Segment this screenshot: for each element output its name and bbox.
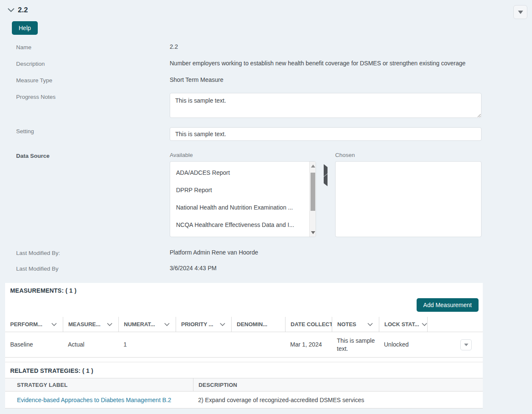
field-value: Platform Admin Rene van Hoorde xyxy=(170,249,258,256)
related-strategies-header: STRATEGY LABEL DESCRIPTION xyxy=(5,378,483,392)
field-value: Short Term Measure xyxy=(170,76,224,83)
form-row-setting: Setting xyxy=(0,127,532,141)
field-label: Measure Type xyxy=(16,76,170,84)
left-triangle-icon xyxy=(324,174,328,186)
list-option[interactable]: ADA/ADCES Report xyxy=(170,164,316,181)
table-row: Evidence-based Approaches to Diabetes Ma… xyxy=(5,392,483,408)
field-label: Progress Notes xyxy=(16,93,170,100)
cell-numerator: 1 xyxy=(118,341,176,349)
listbox-scrollbar[interactable] xyxy=(309,162,316,237)
row-actions-dropdown-button[interactable] xyxy=(460,339,472,350)
related-strategies-title: RELATED STRATEGIES: ( 1 ) xyxy=(5,367,483,374)
field-label: Data Source xyxy=(16,152,170,159)
available-listbox[interactable]: ADA/ADCES Report DPRP Report National He… xyxy=(170,161,316,237)
move-left-button[interactable] xyxy=(322,175,329,185)
field-label: Name xyxy=(16,43,170,50)
scroll-up-icon[interactable] xyxy=(310,162,316,169)
column-header-notes[interactable]: NOTES xyxy=(332,317,379,332)
page-title: 2.2 xyxy=(18,6,28,14)
related-strategies-section: RELATED STRATEGIES: ( 1 ) STRATEGY LABEL… xyxy=(5,362,483,408)
strategy-link[interactable]: Evidence-based Approaches to Diabetes Ma… xyxy=(17,397,171,403)
field-value: 2.2 xyxy=(170,43,178,50)
field-label: Last Modified By: xyxy=(16,249,170,256)
chevron-down-icon[interactable] xyxy=(422,323,427,326)
column-header-strategy-label: STRATEGY LABEL xyxy=(5,382,193,388)
dropdown-arrow-icon xyxy=(518,11,523,14)
form-row-last-modified-by: Last Modified By: Platform Admin Rene va… xyxy=(0,249,532,256)
chevron-down-icon[interactable] xyxy=(164,323,170,326)
add-measurement-button[interactable]: Add Measurement xyxy=(417,298,479,312)
form-row-description: Description Number employers working to … xyxy=(0,60,532,67)
field-label: Setting xyxy=(16,127,170,134)
column-header-denominator[interactable]: DENOMIN... xyxy=(231,317,285,332)
cell-notes: This is sample text. xyxy=(332,337,379,353)
form-row-measure-type: Measure Type Short Term Measure xyxy=(0,76,532,84)
chevron-down-icon[interactable] xyxy=(367,323,373,326)
column-header-performance[interactable]: PERFORM... xyxy=(5,317,63,332)
cell-date-collected: Mar 1, 2024 xyxy=(285,341,332,349)
listbox-move-buttons xyxy=(316,152,335,237)
table-row: Baseline Actual 1 Mar 1, 2024 This is sa… xyxy=(5,332,483,358)
cell-actions xyxy=(427,339,483,350)
list-option[interactable]: DPRP Report xyxy=(170,181,316,199)
chevron-down-icon[interactable] xyxy=(51,323,57,326)
chevron-down-icon[interactable] xyxy=(7,6,15,14)
list-option[interactable]: National Health and Nutrition Examinatio… xyxy=(170,199,316,216)
measurements-title: MEASUREMENTS: ( 1 ) xyxy=(5,287,483,294)
chosen-listbox[interactable] xyxy=(335,161,482,237)
available-label: Available xyxy=(170,152,316,158)
column-header-description: DESCRIPTION xyxy=(193,378,483,391)
chevron-down-icon[interactable] xyxy=(220,323,225,326)
measurements-table: PERFORM... MEASURE... NUMERAT... PRIORIT… xyxy=(5,317,483,358)
form-row-last-modified-date: Last Modified By 3/6/2024 4:43 PM xyxy=(0,265,532,272)
field-label: Description xyxy=(16,60,170,67)
progress-notes-textarea[interactable]: This is sample text. xyxy=(170,93,482,118)
available-column: Available ADA/ADCES Report DPRP Report N… xyxy=(170,152,316,237)
measurements-table-header: PERFORM... MEASURE... NUMERAT... PRIORIT… xyxy=(5,317,483,332)
form-row-name: Name 2.2 xyxy=(0,43,532,50)
scroll-down-icon[interactable] xyxy=(310,229,316,236)
form-row-progress-notes: Progress Notes This is sample text. xyxy=(0,93,532,118)
column-header-actions xyxy=(427,317,483,332)
cell-measure: Actual xyxy=(63,341,118,349)
field-value: 3/6/2024 4:43 PM xyxy=(170,265,217,271)
form-row-data-source: Data Source Available ADA/ADCES Report D… xyxy=(0,152,532,237)
column-header-lock-status[interactable]: LOCK STAT... xyxy=(379,317,427,332)
cell-lock-status: Unlocked xyxy=(379,341,427,349)
help-button[interactable]: Help xyxy=(12,21,38,35)
chosen-label: Chosen xyxy=(335,152,482,158)
setting-input[interactable] xyxy=(170,127,482,141)
field-label: Last Modified By xyxy=(16,265,170,272)
dropdown-arrow-icon xyxy=(464,344,468,346)
measurements-panel: MEASUREMENTS: ( 1 ) Add Measurement PERF… xyxy=(5,283,483,408)
chevron-down-icon[interactable] xyxy=(107,323,112,326)
strategy-description: 2) Expand coverage of recognized-accredi… xyxy=(198,397,364,403)
section-header: 2.2 xyxy=(0,0,532,14)
chosen-column: Chosen xyxy=(335,152,482,237)
page-actions-dropdown-button[interactable] xyxy=(513,5,527,19)
column-header-priority[interactable]: PRIORITY ... xyxy=(176,317,231,332)
column-header-measure[interactable]: MEASURE... xyxy=(63,317,118,332)
field-value: Number employers working to establish ne… xyxy=(170,60,465,67)
column-header-numerator[interactable]: NUMERAT... xyxy=(118,317,176,332)
scrollbar-thumb[interactable] xyxy=(311,173,315,211)
list-option[interactable]: NCQA Healthcare Effectiveness Data and I… xyxy=(170,216,316,233)
column-header-date-collected[interactable]: DATE COLLECT... xyxy=(285,317,332,332)
measure-form: Name 2.2 Description Number employers wo… xyxy=(0,43,532,272)
cell-performance: Baseline xyxy=(5,341,63,349)
